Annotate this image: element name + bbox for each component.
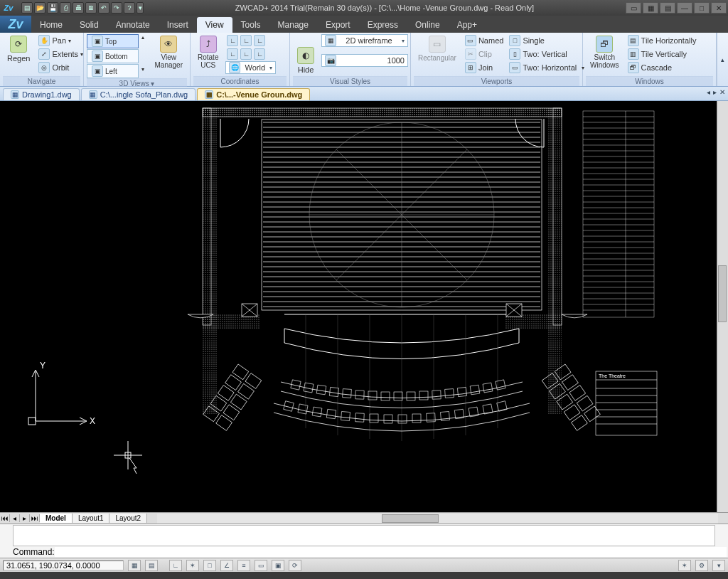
polar-toggle[interactable]: ✶	[186, 560, 199, 571]
doc-tab-2[interactable]: ▦C:\...-Venue Groun.dwg	[197, 88, 310, 100]
command-input[interactable]	[55, 547, 727, 557]
v-scroll-thumb[interactable]	[718, 265, 727, 322]
maximize-button[interactable]: □	[694, 2, 710, 14]
model-toggle[interactable]: ▣	[272, 560, 284, 571]
minimize-button[interactable]: —	[677, 2, 692, 14]
close-button[interactable]: ✕	[711, 2, 727, 14]
tab-appplus[interactable]: App+	[449, 17, 486, 33]
qat-help-icon[interactable]: ?	[124, 2, 135, 14]
qat-preview-icon[interactable]: 🗎	[85, 2, 97, 14]
otrack-toggle[interactable]: ∠	[220, 560, 233, 571]
regen-button[interactable]: ⟳ Regen	[3, 34, 34, 64]
layout-switch-1[interactable]: ▭	[626, 2, 641, 14]
tab-online[interactable]: Online	[407, 17, 449, 33]
qat-dropdown-icon[interactable]: ▾	[136, 2, 144, 14]
app-logo[interactable]: Zv	[0, 0, 17, 16]
view-up-icon[interactable]: ▴	[141, 34, 148, 41]
tab-next-icon[interactable]: ▸	[713, 88, 717, 96]
wireframe-icon: ▦	[325, 35, 336, 46]
qat-open-icon[interactable]: 📂	[34, 2, 46, 14]
qat-new-icon[interactable]: ▤	[21, 2, 33, 14]
sheet-first-icon[interactable]: ⏮	[0, 514, 10, 522]
document-tabs: ▦Drawing1.dwg ▦C:\...ingle Sofa_Plan.dwg…	[0, 87, 728, 101]
ucs-btn-2[interactable]: ∟∟∟	[225, 48, 276, 60]
cascade-button[interactable]: 🗗Cascade	[626, 61, 698, 74]
tab-tools[interactable]: Tools	[232, 17, 269, 33]
tab-express[interactable]: Express	[359, 17, 407, 33]
tab-export[interactable]: Export	[317, 17, 359, 33]
tile-horizontal-button[interactable]: ▤Tile Horizontally	[626, 34, 698, 47]
vertical-scrollbar[interactable]	[717, 101, 728, 512]
tab-view[interactable]: View	[197, 17, 232, 33]
ortho-toggle[interactable]: ∟	[169, 560, 182, 571]
doc-tab-0[interactable]: ▦Drawing1.dwg	[3, 88, 80, 100]
sheet-next-icon[interactable]: ▸	[20, 514, 30, 522]
command-history[interactable]	[13, 525, 715, 546]
annoscale-button[interactable]: ✶	[678, 560, 691, 571]
view-manager-button[interactable]: 👁 ViewManager	[151, 34, 187, 70]
h-scroll-thumb[interactable]	[382, 514, 439, 523]
drawing-canvas[interactable]: The Theatre Y X ⏮ ◂ ▸ ⏭ Model Layout1 La…	[0, 101, 728, 524]
tab-annotate[interactable]: Annotate	[107, 17, 159, 33]
layout-switch-3[interactable]: ▤	[660, 2, 675, 14]
ucs-btn-1[interactable]: ∟∟∟	[225, 34, 276, 47]
orbit-button[interactable]: ◎Orbit	[37, 61, 85, 74]
pan-button[interactable]: ✋Pan▾	[37, 34, 85, 47]
single-button[interactable]: □Single	[508, 34, 586, 47]
status-menu-icon[interactable]: ▾	[712, 560, 725, 571]
cascade-icon: 🗗	[628, 62, 639, 73]
lens-input[interactable]: 📷1000	[321, 54, 408, 67]
app-menu-button[interactable]: Zv	[0, 16, 31, 33]
view-left-button[interactable]: ▣Left	[87, 64, 139, 78]
tab-insert[interactable]: Insert	[159, 17, 197, 33]
panel-navigate: ⟳ Regen ✋Pan▾ ⤢Extents▾ ◎Orbit Navigate	[0, 33, 84, 86]
qat-save-icon[interactable]: 💾	[47, 2, 58, 14]
rectangular-button[interactable]: ▭ Rectangular	[414, 34, 461, 63]
view-top-button[interactable]: ▣Top	[87, 34, 139, 48]
qat-undo-icon[interactable]: ↶	[98, 2, 109, 14]
tab-close-icon[interactable]: ✕	[719, 88, 725, 96]
named-button[interactable]: ▭Named	[464, 34, 505, 47]
two-horizontal-button[interactable]: ▭Two: Horizontal▾	[508, 61, 586, 74]
hide-button[interactable]: ◐ Hide	[293, 46, 318, 75]
qat-plot-icon[interactable]: 🖶	[73, 2, 84, 14]
lwt-toggle[interactable]: ≡	[237, 560, 250, 571]
horizontal-scrollbar[interactable]	[157, 514, 718, 524]
sheet-layout2[interactable]: Layout2	[109, 514, 147, 523]
grid-toggle[interactable]: ▤	[145, 560, 158, 571]
tile-vertical-button[interactable]: ▥Tile Vertically	[626, 48, 698, 60]
ribbon-minimize-button[interactable]: ▴	[717, 33, 728, 86]
dyn-toggle[interactable]: ▭	[255, 560, 267, 571]
rotate-ucs-icon: ⤴	[200, 36, 217, 53]
pan-icon: ✋	[38, 35, 50, 46]
sheet-prev-icon[interactable]: ◂	[10, 514, 20, 522]
tab-prev-icon[interactable]: ◂	[707, 88, 710, 96]
join-button[interactable]: ⊞Join	[464, 61, 505, 74]
two-vertical-button[interactable]: ▯Two: Vertical	[508, 48, 586, 60]
layout-switch-2[interactable]: ▦	[643, 2, 658, 14]
qat-redo-icon[interactable]: ↷	[111, 2, 122, 14]
visual-style-select[interactable]: ▦2D wireframe▾	[321, 34, 408, 47]
rotate-ucs-button[interactable]: ⤴ RotateUCS	[193, 34, 223, 70]
sheet-model[interactable]: Model	[40, 514, 73, 523]
snap-toggle[interactable]: ▦	[128, 560, 141, 571]
sheet-last-icon[interactable]: ⏭	[30, 514, 40, 522]
osnap-toggle[interactable]: □	[203, 560, 216, 571]
view-bottom-button[interactable]: ▣Bottom	[87, 49, 139, 63]
qat-saveall-icon[interactable]: ⎙	[60, 2, 71, 14]
sheet-layout1[interactable]: Layout1	[73, 514, 110, 523]
extents-button[interactable]: ⤢Extents▾	[37, 48, 85, 60]
tab-solid[interactable]: Solid	[71, 17, 107, 33]
ucs-world-select[interactable]: 🌐World▾	[225, 61, 276, 74]
panel-windows: 🗗 SwitchWindows ▤Tile Horizontally ▥Tile…	[583, 33, 717, 86]
ribbon: ⟳ Regen ✋Pan▾ ⤢Extents▾ ◎Orbit Navigate …	[0, 33, 728, 87]
clip-button[interactable]: ✂Clip	[464, 48, 505, 60]
coordinate-readout[interactable]: 31.0651, 190.0734, 0.0000	[3, 561, 124, 570]
cycle-toggle[interactable]: ⟳	[289, 560, 301, 571]
switch-windows-button[interactable]: 🗗 SwitchWindows	[586, 34, 623, 70]
tab-home[interactable]: Home	[31, 17, 71, 33]
view-down-icon[interactable]: ▾	[141, 66, 148, 73]
doc-tab-1[interactable]: ▦C:\...ingle Sofa_Plan.dwg	[81, 88, 196, 100]
settings-icon[interactable]: ⚙	[695, 560, 708, 571]
tab-manage[interactable]: Manage	[269, 17, 317, 33]
